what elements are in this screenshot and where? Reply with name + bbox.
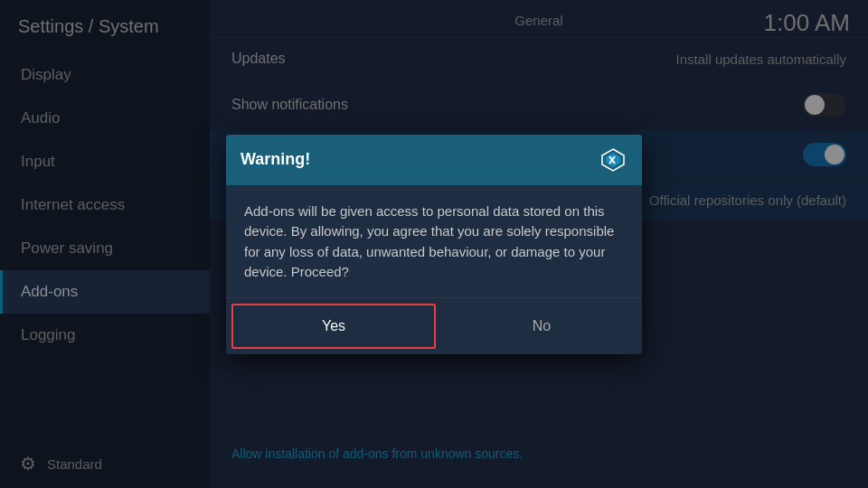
warning-dialog: Warning! Add-ons will be given access to… (226, 135, 642, 354)
dialog-title: Warning! (241, 150, 310, 169)
yes-button[interactable]: Yes (231, 304, 436, 349)
dialog-header: Warning! (226, 135, 642, 185)
dialog-buttons: Yes No (226, 297, 642, 354)
kodi-logo (599, 145, 627, 174)
dialog-overlay: Warning! Add-ons will be given access to… (0, 0, 868, 488)
no-button[interactable]: No (441, 298, 642, 354)
dialog-body: Add-ons will be given access to personal… (226, 185, 642, 297)
